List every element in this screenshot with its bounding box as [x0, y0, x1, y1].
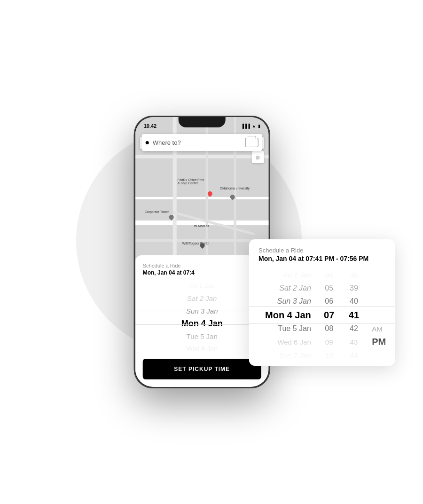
location-button[interactable]: ◎	[252, 151, 264, 163]
status-time: 10.42	[144, 123, 157, 129]
popup-pm: PM	[370, 333, 395, 351]
scene: 10.42 ▐▐▐ ▲ ▮	[0, 0, 423, 504]
picker-popup[interactable]: Fri 1 Jan Sat 2 Jan Sun 3 Jan Mon 4 Jan …	[249, 268, 395, 362]
map-label-fedex: FedEx Office Print& Ship Center	[178, 178, 204, 185]
map-label-wmain: W Main St	[194, 224, 209, 228]
popup-hour-04: 04	[317, 268, 342, 282]
phone-notch	[179, 117, 226, 127]
popup-min-39: 39	[342, 282, 367, 295]
popup-minute-column: 38 39 40 41 42 43 44	[342, 268, 367, 362]
search-dot	[146, 141, 149, 144]
popup-hour-05: 05	[317, 282, 342, 295]
popup-min-38: 38	[342, 268, 367, 282]
car-icon	[245, 138, 258, 147]
popup-ampm-column: AM PM	[366, 268, 395, 362]
popup-date-sun: Sun 3 Jan	[249, 295, 311, 308]
popup-min-43: 43	[342, 335, 367, 349]
status-icons: ▐▐▐ ▲ ▮	[241, 124, 260, 128]
popup-date-column: Fri 1 Jan Sat 2 Jan Sun 3 Jan Mon 4 Jan …	[249, 268, 317, 362]
popup-hour-10: 10	[317, 349, 342, 362]
popup-min-44: 44	[342, 349, 367, 362]
signal-icon: ▐▐▐	[241, 124, 250, 128]
set-pickup-button[interactable]: SET PICKUP TIME	[143, 359, 261, 379]
search-placeholder: Where to?	[153, 139, 245, 146]
popup-date-wed: Wed 6 Jan	[249, 335, 311, 349]
popup-hour-07: 07	[317, 308, 342, 322]
popup-date-sat: Sat 2 Jan	[249, 282, 311, 295]
popup-date-mon: Mon 4 Jan	[249, 308, 311, 322]
map-label-corporate: Corporate Tower	[145, 210, 169, 213]
popup-hour-09: 09	[317, 335, 342, 349]
popup-date-fri: Fri 1 Jan	[249, 268, 311, 282]
popup-am: AM	[370, 279, 395, 333]
popup-title: Schedule a Ride	[249, 247, 395, 254]
popup-date-tue: Tue 5 Jan	[249, 322, 311, 335]
location-icon: ◎	[256, 155, 260, 160]
popup-min-40: 40	[342, 295, 367, 308]
map-label-oklahoma: Oklahoma university	[220, 187, 250, 190]
popup-hour-column: 04 05 06 07 08 09 10	[317, 268, 342, 362]
popup-date-sun2: Sun 7 Jan	[249, 349, 311, 362]
wifi-icon: ▲	[252, 124, 256, 128]
set-pickup-label: SET PICKUP TIME	[174, 366, 230, 372]
battery-icon: ▮	[258, 124, 260, 128]
popup-min-42: 42	[342, 322, 367, 335]
schedule-popup: Schedule a Ride Mon, Jan 04 at 07:41 PM …	[249, 239, 395, 366]
popup-min-41: 41	[342, 308, 367, 322]
popup-hour-08: 08	[317, 322, 342, 335]
popup-hour-06: 06	[317, 295, 342, 308]
search-bar[interactable]: Where to?	[142, 134, 262, 151]
popup-subtitle: Mon, Jan 04 at 07:41 PM - 07:56 PM	[249, 254, 395, 268]
